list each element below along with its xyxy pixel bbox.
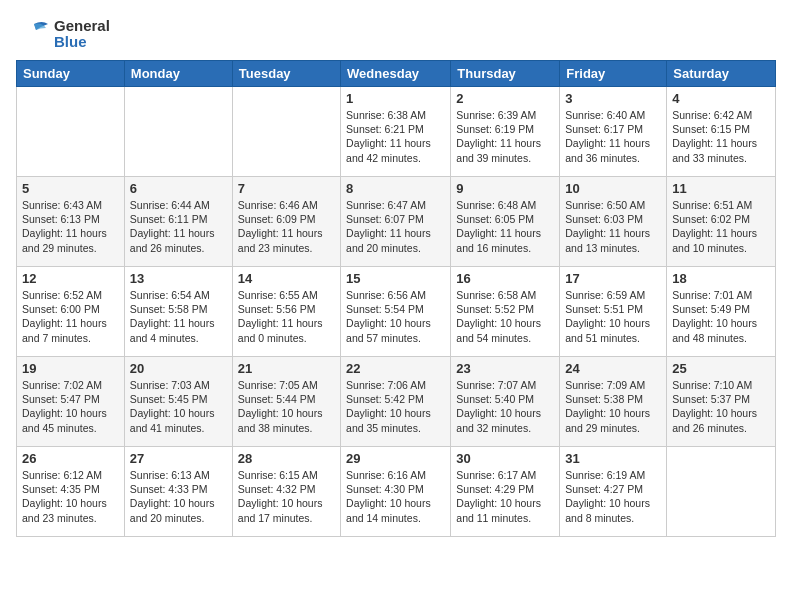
calendar-day-cell: 18Sunrise: 7:01 AM Sunset: 5:49 PM Dayli… <box>667 267 776 357</box>
calendar-day-cell: 27Sunrise: 6:13 AM Sunset: 4:33 PM Dayli… <box>124 447 232 537</box>
calendar-day-cell: 6Sunrise: 6:44 AM Sunset: 6:11 PM Daylig… <box>124 177 232 267</box>
day-info: Sunrise: 6:47 AM Sunset: 6:07 PM Dayligh… <box>346 198 445 255</box>
day-info: Sunrise: 6:52 AM Sunset: 6:00 PM Dayligh… <box>22 288 119 345</box>
calendar-day-cell: 8Sunrise: 6:47 AM Sunset: 6:07 PM Daylig… <box>341 177 451 267</box>
calendar-day-cell: 31Sunrise: 6:19 AM Sunset: 4:27 PM Dayli… <box>560 447 667 537</box>
day-info: Sunrise: 6:54 AM Sunset: 5:58 PM Dayligh… <box>130 288 227 345</box>
calendar-day-cell: 7Sunrise: 6:46 AM Sunset: 6:09 PM Daylig… <box>232 177 340 267</box>
day-number: 23 <box>456 361 554 376</box>
day-number: 5 <box>22 181 119 196</box>
weekday-header: Saturday <box>667 61 776 87</box>
day-info: Sunrise: 7:05 AM Sunset: 5:44 PM Dayligh… <box>238 378 335 435</box>
day-info: Sunrise: 7:03 AM Sunset: 5:45 PM Dayligh… <box>130 378 227 435</box>
calendar-day-cell: 28Sunrise: 6:15 AM Sunset: 4:32 PM Dayli… <box>232 447 340 537</box>
day-number: 28 <box>238 451 335 466</box>
calendar-day-cell: 23Sunrise: 7:07 AM Sunset: 5:40 PM Dayli… <box>451 357 560 447</box>
day-number: 20 <box>130 361 227 376</box>
weekday-header: Friday <box>560 61 667 87</box>
calendar-day-cell: 29Sunrise: 6:16 AM Sunset: 4:30 PM Dayli… <box>341 447 451 537</box>
calendar-day-cell: 19Sunrise: 7:02 AM Sunset: 5:47 PM Dayli… <box>17 357 125 447</box>
calendar-week-row: 5Sunrise: 6:43 AM Sunset: 6:13 PM Daylig… <box>17 177 776 267</box>
logo-blue-text: Blue <box>54 34 110 51</box>
day-number: 14 <box>238 271 335 286</box>
calendar-day-cell: 14Sunrise: 6:55 AM Sunset: 5:56 PM Dayli… <box>232 267 340 357</box>
calendar-day-cell: 13Sunrise: 6:54 AM Sunset: 5:58 PM Dayli… <box>124 267 232 357</box>
day-info: Sunrise: 6:56 AM Sunset: 5:54 PM Dayligh… <box>346 288 445 345</box>
calendar-day-cell: 26Sunrise: 6:12 AM Sunset: 4:35 PM Dayli… <box>17 447 125 537</box>
day-number: 18 <box>672 271 770 286</box>
day-number: 12 <box>22 271 119 286</box>
weekday-header: Thursday <box>451 61 560 87</box>
day-info: Sunrise: 7:10 AM Sunset: 5:37 PM Dayligh… <box>672 378 770 435</box>
weekday-header: Wednesday <box>341 61 451 87</box>
day-number: 8 <box>346 181 445 196</box>
calendar-day-cell <box>17 87 125 177</box>
day-number: 17 <box>565 271 661 286</box>
day-number: 3 <box>565 91 661 106</box>
calendar-day-cell: 24Sunrise: 7:09 AM Sunset: 5:38 PM Dayli… <box>560 357 667 447</box>
calendar-day-cell: 22Sunrise: 7:06 AM Sunset: 5:42 PM Dayli… <box>341 357 451 447</box>
calendar-day-cell: 5Sunrise: 6:43 AM Sunset: 6:13 PM Daylig… <box>17 177 125 267</box>
calendar-day-cell: 1Sunrise: 6:38 AM Sunset: 6:21 PM Daylig… <box>341 87 451 177</box>
day-info: Sunrise: 6:50 AM Sunset: 6:03 PM Dayligh… <box>565 198 661 255</box>
calendar-day-cell: 9Sunrise: 6:48 AM Sunset: 6:05 PM Daylig… <box>451 177 560 267</box>
calendar-day-cell: 3Sunrise: 6:40 AM Sunset: 6:17 PM Daylig… <box>560 87 667 177</box>
calendar-day-cell: 20Sunrise: 7:03 AM Sunset: 5:45 PM Dayli… <box>124 357 232 447</box>
calendar-day-cell <box>232 87 340 177</box>
day-number: 6 <box>130 181 227 196</box>
day-number: 7 <box>238 181 335 196</box>
day-number: 1 <box>346 91 445 106</box>
logo-general-text: General <box>54 18 110 35</box>
calendar-day-cell <box>124 87 232 177</box>
day-number: 16 <box>456 271 554 286</box>
day-info: Sunrise: 6:40 AM Sunset: 6:17 PM Dayligh… <box>565 108 661 165</box>
day-info: Sunrise: 6:13 AM Sunset: 4:33 PM Dayligh… <box>130 468 227 525</box>
day-info: Sunrise: 6:12 AM Sunset: 4:35 PM Dayligh… <box>22 468 119 525</box>
day-info: Sunrise: 6:19 AM Sunset: 4:27 PM Dayligh… <box>565 468 661 525</box>
day-number: 29 <box>346 451 445 466</box>
day-info: Sunrise: 6:59 AM Sunset: 5:51 PM Dayligh… <box>565 288 661 345</box>
day-info: Sunrise: 7:09 AM Sunset: 5:38 PM Dayligh… <box>565 378 661 435</box>
day-number: 15 <box>346 271 445 286</box>
day-number: 30 <box>456 451 554 466</box>
day-number: 9 <box>456 181 554 196</box>
day-number: 22 <box>346 361 445 376</box>
calendar-day-cell: 21Sunrise: 7:05 AM Sunset: 5:44 PM Dayli… <box>232 357 340 447</box>
day-number: 11 <box>672 181 770 196</box>
calendar-day-cell: 2Sunrise: 6:39 AM Sunset: 6:19 PM Daylig… <box>451 87 560 177</box>
day-info: Sunrise: 6:44 AM Sunset: 6:11 PM Dayligh… <box>130 198 227 255</box>
day-number: 19 <box>22 361 119 376</box>
calendar-day-cell: 17Sunrise: 6:59 AM Sunset: 5:51 PM Dayli… <box>560 267 667 357</box>
day-number: 10 <box>565 181 661 196</box>
day-info: Sunrise: 6:58 AM Sunset: 5:52 PM Dayligh… <box>456 288 554 345</box>
logo: General Blue <box>16 16 110 52</box>
calendar-week-row: 26Sunrise: 6:12 AM Sunset: 4:35 PM Dayli… <box>17 447 776 537</box>
calendar-week-row: 12Sunrise: 6:52 AM Sunset: 6:00 PM Dayli… <box>17 267 776 357</box>
calendar-day-cell: 10Sunrise: 6:50 AM Sunset: 6:03 PM Dayli… <box>560 177 667 267</box>
day-info: Sunrise: 6:42 AM Sunset: 6:15 PM Dayligh… <box>672 108 770 165</box>
day-number: 26 <box>22 451 119 466</box>
day-number: 31 <box>565 451 661 466</box>
calendar-day-cell: 4Sunrise: 6:42 AM Sunset: 6:15 PM Daylig… <box>667 87 776 177</box>
day-info: Sunrise: 7:07 AM Sunset: 5:40 PM Dayligh… <box>456 378 554 435</box>
day-info: Sunrise: 7:01 AM Sunset: 5:49 PM Dayligh… <box>672 288 770 345</box>
day-info: Sunrise: 6:38 AM Sunset: 6:21 PM Dayligh… <box>346 108 445 165</box>
calendar-day-cell: 15Sunrise: 6:56 AM Sunset: 5:54 PM Dayli… <box>341 267 451 357</box>
day-number: 24 <box>565 361 661 376</box>
weekday-header: Sunday <box>17 61 125 87</box>
day-info: Sunrise: 6:48 AM Sunset: 6:05 PM Dayligh… <box>456 198 554 255</box>
calendar-day-cell: 25Sunrise: 7:10 AM Sunset: 5:37 PM Dayli… <box>667 357 776 447</box>
calendar-day-cell: 12Sunrise: 6:52 AM Sunset: 6:00 PM Dayli… <box>17 267 125 357</box>
day-number: 25 <box>672 361 770 376</box>
calendar-header-row: SundayMondayTuesdayWednesdayThursdayFrid… <box>17 61 776 87</box>
day-number: 27 <box>130 451 227 466</box>
day-info: Sunrise: 6:51 AM Sunset: 6:02 PM Dayligh… <box>672 198 770 255</box>
calendar-week-row: 1Sunrise: 6:38 AM Sunset: 6:21 PM Daylig… <box>17 87 776 177</box>
day-info: Sunrise: 7:02 AM Sunset: 5:47 PM Dayligh… <box>22 378 119 435</box>
day-number: 4 <box>672 91 770 106</box>
day-info: Sunrise: 7:06 AM Sunset: 5:42 PM Dayligh… <box>346 378 445 435</box>
page-header: General Blue <box>16 16 776 52</box>
calendar-day-cell <box>667 447 776 537</box>
calendar-day-cell: 16Sunrise: 6:58 AM Sunset: 5:52 PM Dayli… <box>451 267 560 357</box>
day-number: 13 <box>130 271 227 286</box>
